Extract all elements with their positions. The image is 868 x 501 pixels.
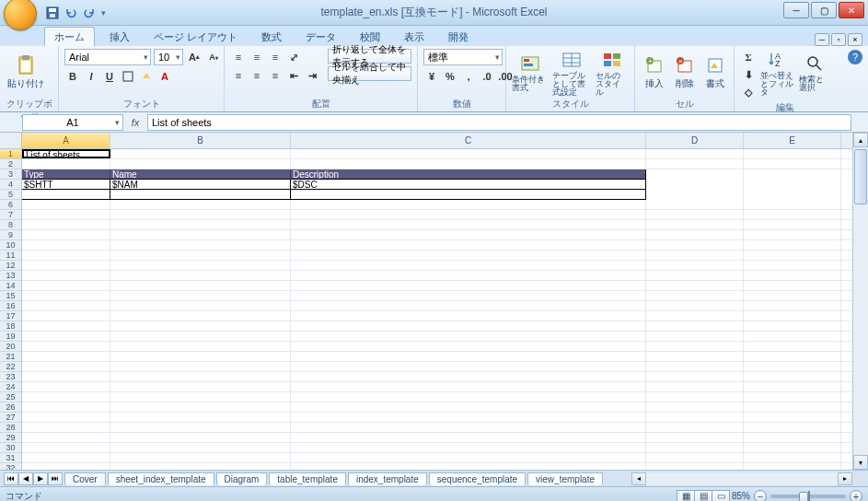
cell[interactable] (110, 271, 291, 280)
row-header[interactable]: 4 (0, 180, 21, 190)
cell[interactable]: Description (291, 169, 646, 180)
sheet-tab-index-template[interactable]: index_template (348, 472, 427, 485)
cell[interactable] (22, 200, 110, 209)
cell[interactable] (646, 342, 744, 351)
tab-home[interactable]: ホーム (44, 27, 95, 46)
cell[interactable] (646, 321, 744, 331)
scroll-thumb[interactable] (854, 149, 867, 204)
cell[interactable] (744, 311, 841, 320)
sheet-nav-next[interactable]: ▶ (33, 472, 48, 485)
cell[interactable] (110, 261, 291, 270)
cell[interactable] (744, 453, 841, 462)
row-header[interactable]: 21 (0, 352, 21, 362)
cell[interactable] (291, 402, 646, 412)
sheet-nav-first[interactable]: ⏮ (4, 472, 18, 485)
cell[interactable] (22, 392, 110, 402)
cell[interactable] (744, 261, 841, 270)
cell[interactable] (646, 180, 744, 190)
indent-inc-icon[interactable]: ⇥ (304, 67, 320, 84)
cell[interactable] (646, 311, 744, 320)
cell[interactable] (646, 230, 744, 239)
cell[interactable] (291, 240, 646, 250)
cell[interactable] (291, 352, 646, 361)
cell[interactable] (646, 352, 744, 361)
tab-developer[interactable]: 開発 (439, 28, 478, 46)
col-header-c[interactable]: C (291, 133, 646, 148)
cell[interactable]: $NAM (110, 180, 291, 190)
row-header[interactable]: 19 (0, 332, 21, 342)
cell[interactable] (22, 220, 110, 229)
cell[interactable] (110, 443, 291, 452)
cell[interactable]: Name (110, 169, 291, 180)
row-header[interactable]: 9 (0, 230, 21, 240)
cells[interactable]: List of sheetsTypeNameDescription$SHTT$N… (22, 149, 852, 470)
cell[interactable] (291, 423, 646, 432)
row-header[interactable]: 28 (0, 423, 21, 433)
cell[interactable] (110, 453, 291, 462)
row-header[interactable]: 27 (0, 413, 21, 423)
row-header[interactable]: 6 (0, 200, 21, 210)
fill-color-button[interactable] (138, 68, 155, 85)
cell[interactable] (22, 352, 110, 361)
cell[interactable] (744, 463, 841, 470)
cell[interactable] (291, 413, 646, 422)
cell[interactable] (110, 352, 291, 361)
cell[interactable] (646, 443, 744, 452)
cell[interactable] (744, 382, 841, 391)
indent-dec-icon[interactable]: ⇤ (285, 67, 302, 84)
font-family-combo[interactable]: Arial (64, 49, 151, 65)
hscroll-left-icon[interactable]: ◂ (631, 472, 646, 485)
cell[interactable] (646, 402, 744, 412)
cell[interactable] (646, 210, 744, 219)
cell[interactable] (110, 200, 291, 209)
cell[interactable] (291, 301, 646, 310)
row-header[interactable]: 3 (0, 169, 21, 180)
zoom-out-button[interactable]: − (754, 490, 767, 502)
cell[interactable] (110, 159, 291, 169)
cell[interactable] (291, 159, 646, 169)
cell[interactable] (22, 250, 110, 260)
cell[interactable] (291, 362, 646, 371)
italic-button[interactable]: I (83, 68, 99, 85)
cell[interactable] (291, 230, 646, 239)
cell-styles-button[interactable]: セルのスタイル (596, 49, 629, 97)
cell[interactable] (646, 332, 744, 341)
cell[interactable]: Type (22, 169, 110, 180)
cell[interactable] (110, 149, 291, 158)
cell[interactable] (22, 271, 110, 280)
cell[interactable] (744, 210, 841, 219)
minimize-button[interactable]: ─ (783, 2, 809, 18)
grow-font-icon[interactable]: A▴ (186, 49, 203, 65)
insert-cells-button[interactable]: +挿入 (641, 49, 667, 97)
view-pagelayout-icon[interactable]: ▤ (694, 490, 712, 502)
row-header[interactable]: 5 (0, 190, 21, 200)
row-header[interactable]: 1 (0, 149, 21, 159)
cell[interactable] (291, 321, 646, 331)
cell[interactable] (646, 382, 744, 391)
office-button[interactable] (4, 0, 37, 30)
autosum-icon[interactable]: Σ (740, 49, 757, 65)
cell[interactable] (291, 342, 646, 351)
cell[interactable] (744, 372, 841, 381)
qat-dropdown-icon[interactable]: ▾ (101, 8, 106, 17)
cell[interactable] (291, 382, 646, 391)
cell[interactable] (744, 301, 841, 310)
sheet-nav-prev[interactable]: ◀ (18, 472, 33, 485)
cell[interactable] (646, 190, 744, 200)
cell[interactable] (744, 321, 841, 331)
conditional-format-button[interactable]: 条件付き書式 (512, 49, 549, 97)
cell[interactable] (744, 281, 841, 290)
hscroll-track[interactable] (646, 472, 838, 485)
row-header[interactable]: 18 (0, 321, 21, 332)
row-header[interactable]: 17 (0, 311, 21, 321)
cell[interactable] (646, 362, 744, 371)
cell[interactable] (646, 250, 744, 260)
cell[interactable] (646, 169, 744, 180)
font-color-button[interactable]: A (156, 68, 173, 85)
cell[interactable] (646, 281, 744, 290)
align-middle-icon[interactable]: ≡ (249, 49, 265, 65)
percent-icon[interactable]: % (442, 68, 458, 85)
currency-icon[interactable]: ¥ (423, 68, 440, 85)
cell[interactable] (22, 402, 110, 412)
sheet-tab-sequence-template[interactable]: sequence_template (429, 472, 526, 485)
